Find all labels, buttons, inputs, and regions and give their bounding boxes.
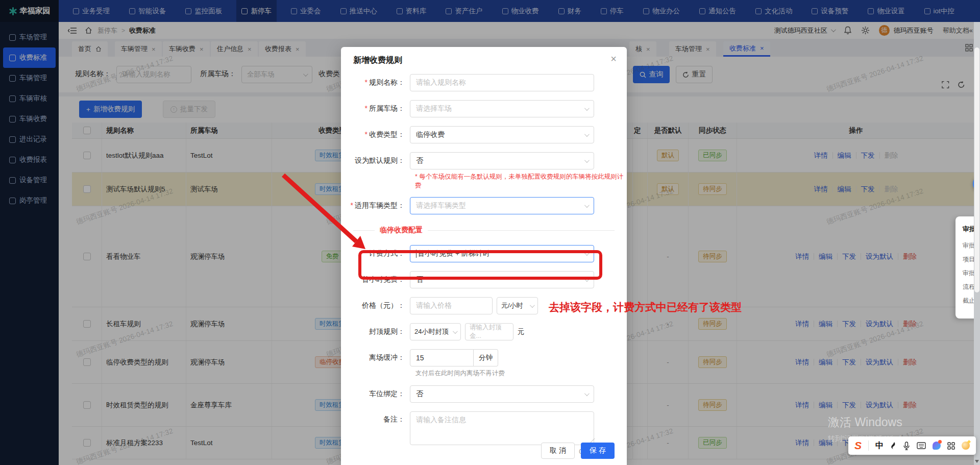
chevron-down-icon <box>584 158 590 163</box>
chevron-down-icon <box>453 329 458 334</box>
price-unit-select[interactable]: 元/小时 <box>497 297 538 314</box>
text-caret <box>416 250 416 258</box>
first-hour-free-select[interactable]: 否 <box>410 271 594 288</box>
scroll-down-arrow-icon[interactable] <box>975 460 979 463</box>
section-title: 临停收费配置 <box>380 226 423 235</box>
scrollbar-thumb[interactable] <box>974 47 979 292</box>
price-input[interactable]: 请输入价格 <box>410 297 493 314</box>
save-button[interactable]: 保 存 <box>581 443 615 459</box>
field-leave-buffer: 离场缓冲： 15 分钟 <box>341 349 627 366</box>
field-charge-type: *收费类型： 临停收费 <box>341 126 627 143</box>
chevron-down-icon <box>584 391 590 396</box>
ime-skin-icon[interactable] <box>933 442 941 450</box>
chevron-down-icon <box>584 277 590 282</box>
field-cap-rule: 封顶规则： 24小时封顶 请输入封顶金... 元 <box>341 323 627 340</box>
field-default-rule: 设为默认规则： 否 <box>341 152 627 169</box>
buffer-input[interactable]: 15 <box>410 349 474 366</box>
chevron-down-icon <box>584 203 590 208</box>
field-space-binding: 车位绑定： 否 <box>341 385 627 403</box>
keyboard-icon[interactable] <box>917 442 926 449</box>
field-first-hour-free: 首小时免费： 否 <box>341 271 627 288</box>
chevron-down-icon <box>530 303 535 308</box>
ink-pen-icon[interactable] <box>890 442 896 450</box>
close-icon[interactable]: × <box>610 53 617 65</box>
temp-parking-section-divider: 临停收费配置 <box>341 226 615 235</box>
chevron-down-icon <box>584 132 590 137</box>
billing-method-select[interactable]: 首小时免费 + 阶梯计时 <box>410 245 594 262</box>
app-root: { "icons": { "plus": "+", "upload_arrow"… <box>0 0 980 465</box>
buffer-unit-label: 分钟 <box>474 349 498 366</box>
ime-toolbox-icon[interactable] <box>947 442 955 450</box>
cancel-button[interactable]: 取 消 <box>541 443 575 459</box>
buffer-note: 支付后在此时间内离场不再计费 <box>415 369 627 378</box>
field-rule-name: *规则名称： 请输入规则名称 <box>341 74 627 91</box>
field-vehicle-type: *适用车辆类型： 请选择车辆类型 <box>341 197 627 214</box>
sogou-logo-icon[interactable]: S <box>854 439 862 452</box>
field-remark: 备注： 请输入备注信息 <box>341 411 627 445</box>
field-lot: *所属车场： 请选择车场 <box>341 100 627 117</box>
ime-emoji-icon[interactable] <box>962 442 970 450</box>
add-rule-modal: 新增收费规则 × *规则名称： 请输入规则名称 *所属车场： 请选择车场 *收费… <box>341 47 627 465</box>
vehicle-type-select[interactable]: 请选择车辆类型 <box>410 197 594 214</box>
ime-mode-chinese[interactable]: 中 <box>875 440 884 451</box>
annotation-note: 去掉该字段，计费方式中已经有了该类型 <box>549 300 742 314</box>
remark-textarea[interactable]: 请输入备注信息 <box>410 411 594 445</box>
page-scrollbar[interactable] <box>974 22 980 465</box>
chevron-down-icon <box>584 106 590 111</box>
default-rule-note: * 每个车场仅能有一条默认规则，未单独配置收费规则的车辆将按此规则计费 <box>415 173 627 190</box>
chevron-down-icon <box>584 251 590 256</box>
cap-amount-input[interactable]: 请输入封顶金... <box>465 323 513 340</box>
ime-toolbar: S 中 <box>848 436 976 455</box>
space-binding-select[interactable]: 否 <box>410 385 594 403</box>
lot-select[interactable]: 请选择车场 <box>410 100 594 117</box>
rule-name-field[interactable]: 请输入规则名称 <box>410 74 594 91</box>
cap-rule-select[interactable]: 24小时封顶 <box>410 323 461 340</box>
field-billing-method: 计费方式： 首小时免费 + 阶梯计时 <box>341 245 627 262</box>
modal-title: 新增收费规则 <box>341 55 627 66</box>
charge-type-select[interactable]: 临停收费 <box>410 126 594 143</box>
microphone-icon[interactable] <box>903 442 910 450</box>
default-rule-select[interactable]: 否 <box>410 152 594 169</box>
cap-unit-label: 元 <box>518 327 525 336</box>
